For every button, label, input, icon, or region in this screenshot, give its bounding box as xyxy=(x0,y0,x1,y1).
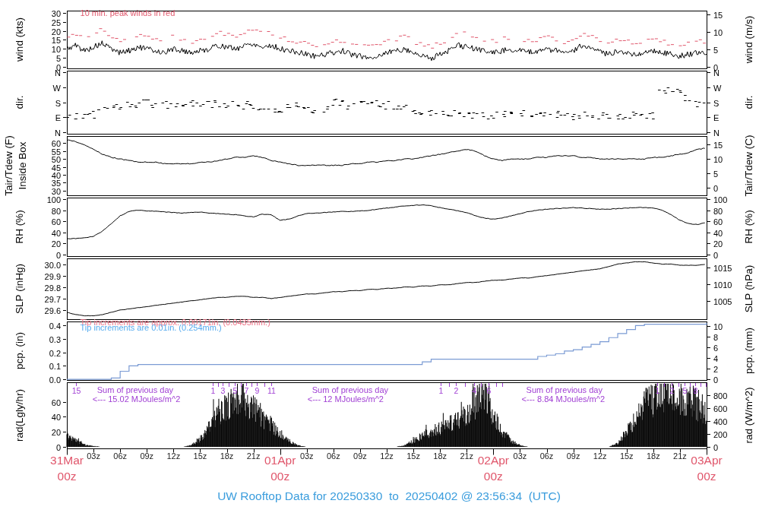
weather-multipanel-plot: UW Rooftop Data for 20250330 to 20250402… xyxy=(0,0,778,532)
chart-title: UW Rooftop Data for 20250330 to 20250402… xyxy=(0,489,778,503)
chart-canvas xyxy=(0,0,778,532)
